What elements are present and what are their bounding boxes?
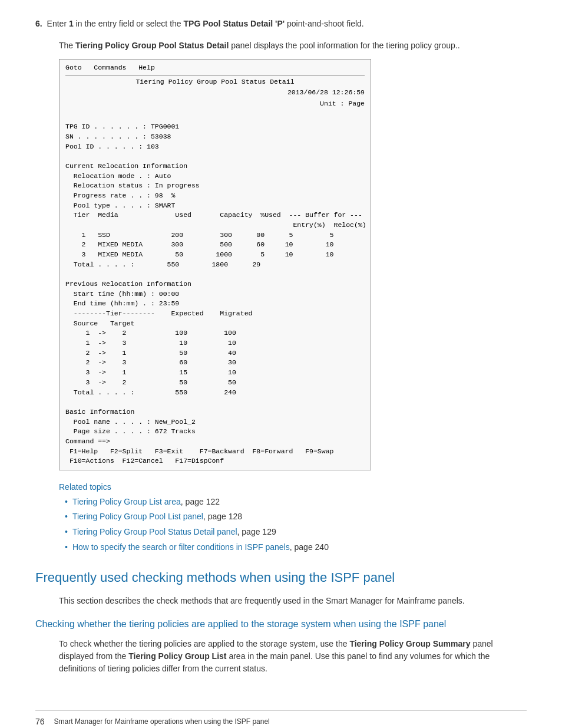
terminal-line: --------Tier-------- Expected Migrated [65,309,365,319]
terminal-datetime: 2013/06/28 12:26:59 [65,88,365,98]
terminal-line: 3 -> 2 50 50 [65,378,365,388]
terminal-line [65,397,365,407]
topic-page: page 240 [295,542,329,552]
page-number: 76 [35,717,45,726]
page-footer: 76 Smart Manager for Mainframe operation… [35,710,527,726]
terminal-content: TPG ID . . . . . . : TPG0001SN . . . . .… [65,113,365,466]
terminal-line: Entry(%) Reloc(%) [65,220,365,230]
terminal-line: Relocation status : In progress [65,181,365,191]
terminal-line: Tier Media Used Capacity %Used --- Buffe… [65,210,365,220]
list-item: How to specify the search or filter cond… [65,542,527,554]
topic-page: page 129 [242,527,276,536]
terminal-line: F10=Actions F12=Cancel F17=DispConf [65,456,365,466]
subsection-heading: Checking whether the tiering policies ar… [35,618,527,631]
terminal-line: 2 -> 1 50 40 [65,348,365,358]
terminal-line: Previous Relocation Information [65,279,365,289]
topic-link[interactable]: Tiering Policy Group Pool List panel [72,512,203,521]
subsection-bold1: Tiering Policy Group Summary [349,639,470,648]
topic-link[interactable]: Tiering Policy Group Pool Status Detail … [72,527,237,536]
terminal-line: Total . . . . : 550 240 [65,388,365,398]
terminal-line: 3 MIXED MEDIA 50 1000 5 10 10 [65,250,365,260]
main-section-heading: Frequently used checking methods when us… [35,569,527,587]
terminal-panel: Goto Commands Help Tiering Policy Group … [59,59,371,470]
terminal-line [65,151,365,162]
terminal-line: SN . . . . . . . . : 53038 [65,132,365,142]
footer-text: Smart Manager for Mainframe operations w… [54,717,270,726]
terminal-menubar: Goto Commands Help [65,63,365,73]
terminal-line: 2 -> 3 60 30 [65,358,365,368]
terminal-line: 1 -> 2 100 100 [65,328,365,338]
terminal-line: Start time (hh:mm) : 00:00 [65,289,365,299]
terminal-line: Basic Information [65,407,365,417]
terminal-line: Command ==> [65,437,365,447]
terminal-title: Tiering Policy Group Pool Status Detail [65,77,365,87]
subsection-description: To check whether the tiering policies ar… [59,638,527,675]
terminal-line: TPG ID . . . . . . : TPG0001 [65,122,365,132]
list-item: Tiering Policy Group List area, page 122 [65,496,527,508]
terminal-line [65,113,365,123]
description-bold: Tiering Policy Group Pool Status Detail [75,41,229,50]
terminal-line [65,269,365,279]
terminal-line: Progress rate . . : 98 % [65,191,365,201]
step-description: The Tiering Policy Group Pool Status Det… [59,39,527,52]
terminal-line: Source Target [65,319,365,329]
terminal-line: 2 MIXED MEDIA 300 500 60 10 10 [65,240,365,250]
terminal-line: 3 -> 1 15 10 [65,368,365,378]
step-instruction: Enter 1 in the entry field or select the… [47,19,364,28]
terminal-line: F1=Help F2=Split F3=Exit F7=Backward F8=… [65,447,365,457]
topic-link[interactable]: Tiering Policy Group List area [72,497,181,506]
terminal-line: Page size . . . . : 672 Tracks [65,427,365,437]
terminal-line: 1 SSD 200 300 00 5 5 [65,230,365,241]
terminal-line: Pool name . . . . : New_Pool_2 [65,417,365,427]
terminal-line: End time (hh:mm) . : 23:59 [65,299,365,309]
subsection-bold2: Tiering Policy Group List [128,651,226,661]
terminal-line: Pool type . . . . : SMART [65,201,365,211]
step-bold1: 1 [69,19,74,28]
terminal-unit: Unit : Page [65,99,365,109]
related-topics-heading: Related topics [59,482,527,492]
step-6: 6. Enter 1 in the entry field or select … [35,18,527,30]
terminal-line: Relocation mode . : Auto [65,172,365,182]
topic-page: page 122 [186,497,220,506]
terminal-line: Current Relocation Information [65,162,365,172]
main-section-description: This section describes the check methods… [59,595,527,607]
list-item: Tiering Policy Group Pool List panel, pa… [65,511,527,523]
terminal-line: 1 -> 3 10 10 [65,338,365,348]
related-topics-section: Related topics Tiering Policy Group List… [59,482,527,553]
step-bold2: TPG Pool Status Detail 'P' [184,19,285,28]
terminal-line: Total . . . . : 550 1800 29 [65,260,365,270]
list-item: Tiering Policy Group Pool Status Detail … [65,526,527,538]
topic-page: page 128 [208,512,242,521]
related-topics-list: Tiering Policy Group List area, page 122… [59,496,527,553]
terminal-line: Pool ID . . . . . : 103 [65,142,365,152]
topic-link[interactable]: How to specify the search or filter cond… [72,542,290,552]
step-number: 6. [35,19,42,28]
